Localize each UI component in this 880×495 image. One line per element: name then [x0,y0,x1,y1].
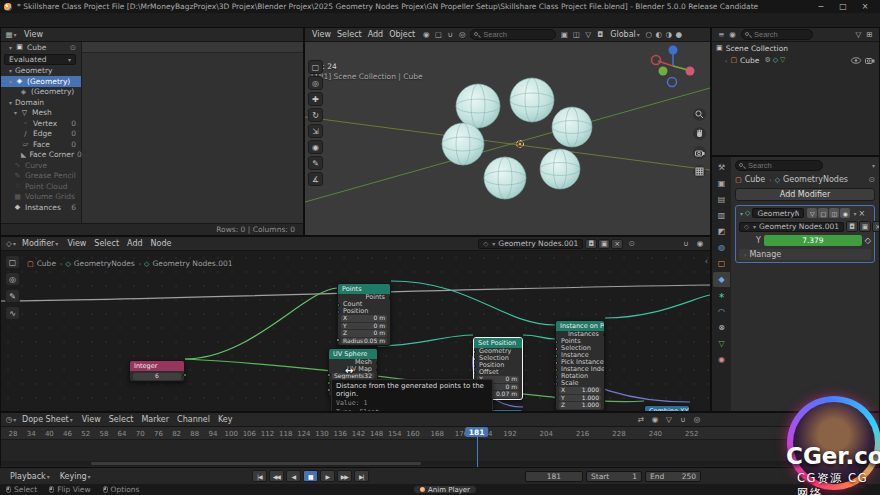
properties-tab-icon[interactable]: ⊗ [713,320,730,335]
node-title[interactable]: UV Sphere [329,349,377,359]
menu-item[interactable]: Object [386,30,418,39]
node-tree-type-dropdown[interactable]: Modifier▾ [19,239,61,248]
playhead-frame-badge[interactable]: 181 [465,427,489,437]
shading-mode-icon[interactable]: ● [674,29,684,40]
breadcrumb-nodetree[interactable]: Geometry Nodes.001 [152,259,232,268]
node-tool-button[interactable]: ✎ [5,289,20,303]
node-group-button[interactable]: × [611,239,623,249]
node-tool-button[interactable]: ▢ [5,255,20,269]
modifier-toggle-icon[interactable]: ◉ [840,208,850,218]
orthographic-grid-icon[interactable] [693,165,706,178]
close-button[interactable]: × [854,0,876,13]
input-socket[interactable] [556,361,558,365]
editor-type-icon[interactable]: ◷▾ [5,414,17,425]
editor-type-icon[interactable]: ◇▾ [5,238,17,249]
scene-collection-row[interactable]: ▣ Scene Collection [712,42,879,54]
current-frame-field[interactable]: 181 [525,471,583,482]
node-points[interactable]: Points Points CountPosition X0 mY0 mZ0 m… [337,283,391,346]
menu-item[interactable]: View [63,239,90,248]
node-instance-on-points[interactable]: Instance on Points Instances PointsSelec… [555,320,605,411]
domain-row-disabled[interactable]: ∴ Point Cloud [1,181,81,192]
outliner-header-icon[interactable]: ≡ [716,29,727,40]
navigation-gizmo[interactable] [652,46,695,87]
input-socket[interactable] [556,340,558,344]
input-socket[interactable] [338,310,340,314]
input-socket[interactable] [327,373,331,377]
properties-search-input[interactable] [735,160,823,171]
node-combine-xyz-b[interactable]: Combine XYZ Vector X0.000 [644,405,690,412]
input-socket[interactable] [556,347,558,351]
modifier-toggle-icon[interactable]: ▢ [818,208,828,218]
input-socket[interactable] [336,338,340,342]
frame-start-field[interactable]: Start1 [586,471,642,482]
breadcrumb-modifier[interactable]: GeometryNodes [783,175,848,184]
node-editor-toggle-icon[interactable]: ◉ [694,238,706,249]
breadcrumb-modifier[interactable]: GeometryNodes [74,259,135,268]
transport-button[interactable]: ▶▶ [337,470,352,482]
breadcrumb-object[interactable]: Cube [37,259,56,268]
viewport-tool-button[interactable]: ⇲ [308,124,323,138]
menu-item[interactable]: Select [105,415,138,424]
node-title[interactable]: Set Position [474,338,522,348]
domain-row[interactable]: ◦ Vertex 0 [1,118,81,129]
domain-section-row[interactable]: ▾Domain [1,97,81,108]
delete-modifier-icon[interactable]: × [858,209,865,218]
frame-end-field[interactable]: End250 [645,471,701,482]
zoom-icon[interactable] [693,108,706,121]
menu-item[interactable]: Select [90,239,123,248]
modifier-name-field[interactable]: GeometryNodes [752,208,804,218]
shading-mode-icon[interactable]: ◑ [664,29,674,40]
viewport-tool-button[interactable]: ✎ [308,156,323,170]
input-socket[interactable] [327,381,331,385]
dope-sheet-toggle-icon[interactable]: ▽ [663,414,675,425]
transport-button[interactable]: ▶ [320,470,335,482]
node-group-button[interactable]: ◘ [585,239,597,249]
extras-dropdown-icon[interactable]: ▾ [853,210,856,217]
expand-icon[interactable]: › [725,57,727,64]
output-socket[interactable] [183,373,187,377]
timeline-ruler[interactable]: 2834404652586470768288941001061121181241… [1,427,879,440]
properties-tab-icon[interactable]: ▣ [713,176,730,191]
editor-type-icon[interactable]: ▦▾ [5,29,17,40]
dope-sheet-toggle-icon[interactable]: ∪ [677,414,689,425]
properties-tab-icon[interactable]: ▥ [713,208,730,223]
hide-eye-icon[interactable] [851,57,861,64]
viewport-toggle-icon[interactable]: ▣ [558,29,570,40]
node-group-selector[interactable]: ◇▾ Geometry Nodes.001 [478,239,583,249]
outliner-filter-icon[interactable]: ⊞ [864,29,875,40]
sidebar-toggle-icon[interactable]: ‹ [705,257,708,266]
viewport-toggle-icon[interactable]: ◘ [594,29,606,40]
dope-sheet-toggle-icon[interactable]: ⇄ [635,414,647,425]
expand-icon[interactable]: ▾ [9,44,12,51]
maximize-button[interactable]: □ [832,0,854,13]
menu-item[interactable]: View [78,415,105,424]
camera-view-icon[interactable] [693,146,706,159]
transport-button[interactable]: ◀◀ [269,470,284,482]
properties-tab-icon[interactable]: ▢ [713,256,730,271]
input-socket[interactable] [474,357,476,361]
geometry-child-row[interactable]: ◈ (Geometry) [1,87,81,98]
node-tool-button[interactable]: ∿ [5,306,20,320]
properties-tab-icon[interactable]: ⚒ [713,160,730,175]
viewport-tool-button[interactable]: ∡ [308,172,323,186]
keyframed-value-slider[interactable]: 7.379 [764,235,862,246]
menu-item[interactable]: Node [147,239,176,248]
menu-item[interactable]: Playback▾ [5,472,55,481]
domain-row[interactable]: ◣ Face Corner 0 [1,150,81,161]
disable-render-camera-icon[interactable] [865,57,875,64]
shading-mode-icon[interactable]: ◐ [654,29,664,40]
breadcrumb-object[interactable]: Cube [745,175,766,184]
properties-tab-icon[interactable]: ▽ [713,336,730,351]
output-socket[interactable] [376,361,378,365]
menu-item[interactable]: Select [334,30,365,39]
value-field[interactable]: Z1.000 [559,402,601,409]
viewport-toggle-icon[interactable]: ◫ [570,29,582,40]
viewport-toggle-icon[interactable]: ▢ [432,29,444,40]
dope-sheet-mode-dropdown[interactable]: Dope Sheet▾ [19,415,76,424]
scrollbar-thumb[interactable] [91,462,421,465]
node-group-selector[interactable]: ◇▾ Geometry Nodes.001 [739,222,844,232]
viewport-tool-button[interactable]: ◉ [308,140,323,154]
pin-icon[interactable]: ⊙ [628,239,635,248]
domain-row[interactable]: ∕ Edge 0 [1,129,81,140]
minimize-button[interactable]: ─ [810,0,832,13]
